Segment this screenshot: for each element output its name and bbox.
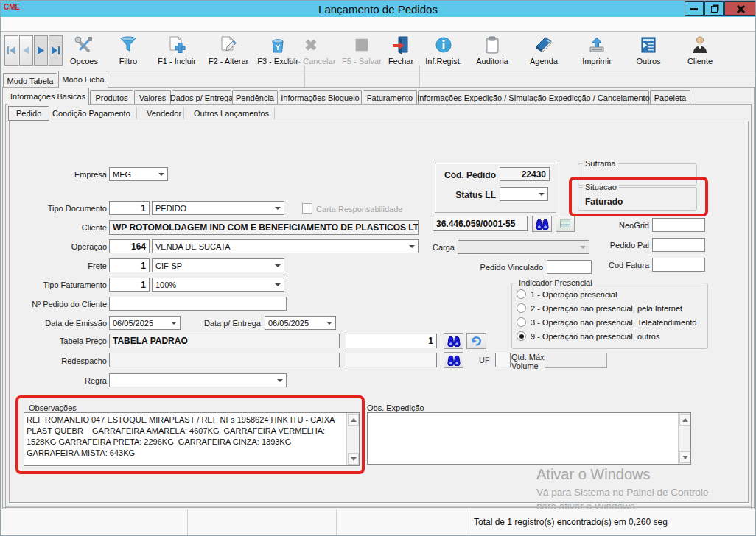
- opcoes-button[interactable]: Opcoes: [63, 34, 105, 70]
- tab-modo-ficha[interactable]: Modo Ficha: [58, 71, 108, 88]
- cod-fatura-field[interactable]: [652, 258, 705, 272]
- neogrid-field[interactable]: [652, 218, 705, 232]
- tab-label: Pendência: [236, 94, 274, 102]
- tab-informacoes-expedicao[interactable]: Informações Expedição / Simulação Expedi…: [418, 90, 649, 105]
- toolbar-button-label: F4 - Cancelar: [287, 57, 336, 66]
- toolbar-button-label: Outros: [636, 57, 660, 66]
- imprimir-button[interactable]: Imprimir: [576, 34, 617, 70]
- next-record-button[interactable]: [34, 35, 48, 66]
- alterar-button[interactable]: F2 - Alterar: [203, 34, 254, 70]
- filtro-button[interactable]: Filtro: [108, 34, 148, 70]
- cod-pedido-value: 22430: [522, 169, 546, 180]
- scroll-down-icon[interactable]: [348, 453, 359, 465]
- observacoes-textarea[interactable]: REF ROMANEIO 047 ESTOQUE MIRAPLAST / REF…: [24, 412, 360, 466]
- redespacho-label: Redespacho: [4, 356, 107, 365]
- data-emissao-picker[interactable]: 06/05/2025: [109, 316, 181, 330]
- scroll-up-icon[interactable]: [679, 414, 690, 426]
- frete-code-value: 1: [141, 261, 146, 271]
- auditoria-button[interactable]: Auditoria: [471, 34, 514, 70]
- empresa-combo[interactable]: MEG: [109, 167, 168, 181]
- inf-regist-button[interactable]: Inf.Regist.: [422, 34, 465, 70]
- obs-expedicao-textarea[interactable]: [367, 412, 691, 465]
- agenda-button[interactable]: Agenda: [522, 34, 565, 70]
- tab-label: Produtos: [95, 94, 127, 102]
- radio-nao-presencial-teleatendimento[interactable]: 3 - Operação não presencial, Teleatendim…: [517, 317, 696, 327]
- minimize-button[interactable]: [685, 1, 704, 16]
- first-record-button[interactable]: [4, 35, 18, 66]
- num-pedido-cliente-input[interactable]: [109, 297, 287, 311]
- regra-combo[interactable]: [109, 373, 287, 387]
- pedido-vinculado-label: Pedido Vinculado: [465, 263, 543, 272]
- tab-label: Informações Expedição / Simulação Expedi…: [417, 94, 650, 102]
- cod-pedido-label: Cód. Pedido: [440, 170, 496, 180]
- radio-operacao-presencial[interactable]: 1 - Operação presencial: [517, 289, 617, 299]
- tab-produtos[interactable]: Produtos: [90, 90, 133, 105]
- observacoes-scrollbar[interactable]: [346, 413, 359, 465]
- subtab-condicao-pagamento[interactable]: Condição Pagamento: [45, 106, 138, 121]
- tipo-faturamento-code[interactable]: 1: [109, 278, 150, 292]
- pedido-pai-field[interactable]: [652, 238, 705, 252]
- frete-combo[interactable]: CIF-SP: [152, 258, 284, 272]
- status-ll-combo[interactable]: [500, 187, 548, 201]
- subtab-vendedor[interactable]: Vendedor: [139, 106, 189, 121]
- tab-dados-entrega[interactable]: Dados p/ Entrega: [172, 90, 231, 105]
- carta-responsabilidade-checkbox[interactable]: [302, 203, 312, 214]
- close-button[interactable]: [724, 1, 756, 16]
- binoculars-icon: [447, 355, 461, 366]
- tipo-faturamento-combo[interactable]: 100%: [152, 278, 284, 292]
- radio-nao-presencial-internet[interactable]: 2 - Operação não presencial, pela Intern…: [517, 303, 682, 313]
- tabela-preco-refresh-button[interactable]: [466, 333, 486, 349]
- tab-modo-tabela[interactable]: Modo Tabela: [3, 73, 57, 88]
- radio-nao-presencial-outros[interactable]: 9 - Operação não presencial, outros: [517, 331, 660, 341]
- redespacho-field: [109, 353, 340, 367]
- redespacho-search-button[interactable]: [444, 352, 463, 368]
- tab-faturamento[interactable]: Faturamento: [363, 90, 417, 105]
- tab-pendencia[interactable]: Pendência: [232, 90, 278, 105]
- frete-code[interactable]: 1: [109, 258, 150, 272]
- operacao-combo[interactable]: VENDA DE SUCATA: [152, 239, 419, 253]
- data-entrega-picker[interactable]: 06/05/2025: [265, 316, 336, 330]
- status-ll-label: Status LL: [440, 190, 496, 200]
- carga-label: Carga: [433, 243, 455, 252]
- cancel-icon: [302, 34, 320, 56]
- operacao-code[interactable]: 164: [109, 239, 150, 253]
- subtab-label: Pedido: [16, 109, 41, 118]
- indicador-presencial-label: Indicador Presencial: [517, 278, 595, 287]
- tools-icon: [74, 34, 94, 56]
- tipo-documento-combo[interactable]: PEDIDO: [152, 201, 284, 215]
- fechar-button[interactable]: Fechar: [385, 34, 417, 70]
- tabela-preco-code-value: 1: [428, 336, 433, 346]
- subtab-pedido[interactable]: Pedido: [8, 106, 49, 121]
- redespacho-code[interactable]: [346, 353, 437, 367]
- tabela-preco-search-button[interactable]: [444, 333, 463, 349]
- menu-strip: [1, 17, 755, 32]
- first-record-icon: [7, 46, 16, 54]
- tab-papeleta[interactable]: Papeleta: [650, 90, 690, 105]
- previous-record-button[interactable]: [19, 35, 33, 66]
- toolbar-button-label: Opcoes: [70, 57, 98, 66]
- restore-button[interactable]: [704, 1, 724, 16]
- cliente-button[interactable]: Cliente: [680, 34, 720, 70]
- obs-expedicao-scrollbar[interactable]: [678, 413, 690, 464]
- chevron-down-icon: [277, 379, 283, 382]
- tab-valores[interactable]: Valores: [134, 90, 171, 105]
- qtd-max-volume-field[interactable]: [545, 353, 607, 368]
- last-record-button[interactable]: [49, 35, 63, 66]
- tabela-preco-field: TABELA PADRAO: [109, 334, 340, 348]
- radio-label: 1 - Operação presencial: [531, 290, 617, 299]
- incluir-button[interactable]: F1 - Incluir: [152, 34, 202, 70]
- tab-informacoes-basicas[interactable]: Informações Basicas: [7, 88, 89, 105]
- scroll-up-icon[interactable]: [348, 414, 359, 426]
- cliente-grid-button[interactable]: [556, 216, 575, 232]
- uf-field[interactable]: [495, 353, 511, 367]
- subtab-outros-lancamentos[interactable]: Outros Lançamentos: [186, 106, 276, 121]
- cliente-search-button[interactable]: [532, 216, 552, 232]
- cod-pedido-field: 22430: [500, 167, 550, 181]
- tipo-documento-code[interactable]: 1: [109, 201, 150, 215]
- data-emissao-label: Data de Emissão: [4, 319, 107, 328]
- tab-informacoes-bloqueio[interactable]: Informações Bloqueio: [279, 90, 362, 105]
- tabela-preco-code[interactable]: 1: [346, 334, 437, 348]
- observacoes-text: REF ROMANEIO 047 ESTOQUE MIRAPLAST / REF…: [27, 415, 344, 464]
- scroll-down-icon[interactable]: [679, 451, 690, 463]
- outros-button[interactable]: Outros: [629, 34, 668, 70]
